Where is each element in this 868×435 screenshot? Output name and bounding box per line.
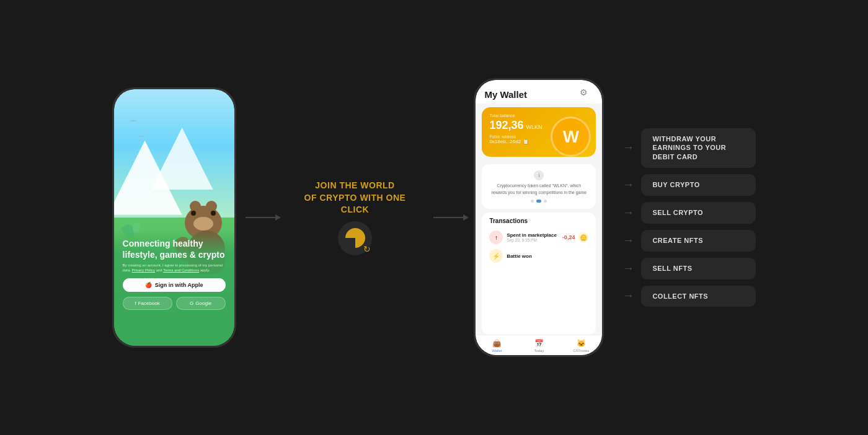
- features-panel: → WITHDRAW YOUREARNINGS TO YOURDEBIT CAR…: [622, 128, 756, 307]
- bear-face: [193, 217, 213, 231]
- google-icon: G: [190, 301, 193, 306]
- tx-name-2: Battle won: [507, 253, 588, 259]
- tx-amount-1: -0,24: [562, 234, 575, 240]
- catnotes-nav-label: CATnotes: [573, 349, 589, 353]
- arrow-line-right: [433, 217, 464, 218]
- feature-arrow-3: →: [622, 234, 634, 247]
- feature-box-3: CREATE NFTs: [641, 230, 756, 252]
- nav-catnotes[interactable]: 🐱 CATnotes: [560, 339, 602, 353]
- balance-amount: 192,36: [489, 119, 523, 132]
- bear-eye-right: [211, 211, 216, 216]
- tx-date-1: Sep 20, 9:35 PM: [507, 238, 558, 242]
- tx-icon-yellow: ⚡: [489, 249, 503, 263]
- feature-arrow-1: →: [622, 178, 634, 191]
- bear-eye-left: [191, 211, 196, 216]
- settings-icon[interactable]: ⚙: [580, 87, 593, 101]
- terms-link[interactable]: Terms and Conditions: [163, 268, 199, 272]
- transactions-section: Transactions ↑ Spent in marketplace Sep …: [482, 213, 596, 335]
- feature-box-1: BUY CRYPTO: [641, 174, 756, 196]
- tx-name-1: Spent in marketplace: [507, 232, 558, 238]
- balance-token: WLKN: [526, 124, 542, 130]
- right-phone: My Wallet ⚙ Total balance 192,36 WLKN Pu…: [474, 78, 604, 357]
- dot-3[interactable]: [544, 200, 547, 203]
- feature-label-5: COLLECT NFTs: [652, 292, 745, 301]
- feature-label-0: WITHDRAW YOUREARNINGS TO YOURDEBIT CARD: [652, 134, 745, 162]
- today-nav-icon: 📅: [534, 339, 544, 348]
- feature-box-4: SELL NFTs: [641, 258, 756, 279]
- wallet-card: Total balance 192,36 WLKN Public address…: [482, 107, 596, 157]
- feature-label-2: SELL CRYPTO: [652, 208, 745, 218]
- feature-box-2: SELL CRYPTO: [641, 202, 756, 224]
- feature-item-4: → SELL NFTs: [622, 258, 756, 279]
- feature-item-1: → BUY CRYPTO: [622, 174, 756, 196]
- social-buttons-row: f Facebook G Google: [123, 297, 226, 310]
- coin-arrow-icon: ↻: [363, 244, 371, 254]
- wallet-title: My Wallet: [484, 89, 527, 100]
- bear-ear-left: [190, 201, 201, 212]
- nav-wallet[interactable]: 👜 Wallet: [476, 339, 518, 353]
- feature-label-1: BUY CRYPTO: [652, 180, 745, 190]
- wallet-nav-label: Wallet: [492, 349, 502, 353]
- w-logo: W: [551, 116, 591, 157]
- wallet-nav-icon: 👜: [492, 339, 502, 348]
- wlkn-badge-1: 🪙: [578, 232, 588, 242]
- center-to-right-arrow: [424, 217, 474, 218]
- feature-label-3: CREATE NFTs: [652, 236, 745, 245]
- left-to-center-arrow: [236, 217, 286, 218]
- tx-details-2: Battle won: [507, 253, 588, 259]
- connecting-headline: Connecting healthy lifestyle, games & cr…: [123, 238, 226, 260]
- feature-item-2: → SELL CRYPTO: [622, 202, 756, 224]
- today-nav-label: Today: [534, 349, 544, 353]
- bird-icon-1: [130, 120, 137, 123]
- feature-label-4: SELL NFTs: [652, 264, 745, 273]
- sign-in-apple-button[interactable]: 🍎 Sign in with Apple: [123, 278, 226, 292]
- catnotes-nav-icon: 🐱: [577, 339, 586, 348]
- facebook-icon: f: [135, 301, 136, 306]
- dot-1[interactable]: [531, 200, 534, 203]
- feature-arrow-5: →: [622, 289, 634, 302]
- facebook-button[interactable]: f Facebook: [123, 297, 172, 310]
- feature-item-5: → COLLECT NFTs: [622, 286, 756, 307]
- bear-ear-right: [206, 201, 217, 212]
- feature-item-0: → WITHDRAW YOUREARNINGS TO YOURDEBIT CAR…: [622, 128, 756, 169]
- coin-animation-icon: ↻: [338, 221, 372, 255]
- bird-icon-2: [139, 136, 145, 138]
- coin-quarter-graphic: [345, 228, 365, 248]
- center-headline: JOIN THE WORLDOF CRYPTO WITH ONECLICK: [304, 180, 406, 216]
- left-phone: Connecting healthy lifestyle, games & cr…: [112, 87, 236, 348]
- crypto-info-card: i Cryptocurrency token called "WLKN", wh…: [482, 164, 596, 209]
- nav-today[interactable]: 📅 Today: [518, 339, 560, 353]
- privacy-link[interactable]: Privacy Policy: [132, 268, 155, 272]
- center-section: JOIN THE WORLDOF CRYPTO WITH ONECLICK ↻: [286, 180, 425, 255]
- transaction-item-2: ⚡ Battle won: [489, 247, 588, 265]
- tx-details-1: Spent in marketplace Sep 20, 9:35 PM: [507, 232, 558, 242]
- crypto-info-text: Cryptocurrency token called "WLKN", whic…: [489, 183, 588, 196]
- tx-icon-red: ↑: [489, 231, 503, 244]
- copy-icon[interactable]: 📋: [523, 139, 529, 144]
- dot-2[interactable]: [536, 200, 541, 203]
- feature-arrow-2: →: [622, 206, 634, 219]
- main-container: Connecting healthy lifestyle, games & cr…: [0, 0, 868, 435]
- transactions-title: Transactions: [489, 218, 588, 224]
- wlkn-logo: W: [551, 116, 591, 157]
- feature-arrow-0: →: [622, 141, 634, 154]
- arrow-line-left: [246, 217, 277, 218]
- carousel-dots: [489, 200, 588, 203]
- transaction-item-1: ↑ Spent in marketplace Sep 20, 9:35 PM -…: [489, 228, 588, 247]
- disclaimer-text: By creating an account, I agree to proce…: [123, 263, 226, 273]
- feature-item-3: → CREATE NFTs: [622, 230, 756, 252]
- feature-box-5: COLLECT NFTs: [641, 286, 756, 307]
- feature-box-0: WITHDRAW YOUREARNINGS TO YOURDEBIT CARD: [641, 128, 756, 169]
- info-icon: i: [534, 170, 544, 180]
- apple-icon: 🍎: [145, 282, 152, 288]
- wallet-screen: My Wallet ⚙ Total balance 192,36 WLKN Pu…: [476, 80, 602, 355]
- wallet-header: My Wallet ⚙: [476, 80, 602, 103]
- google-button[interactable]: G Google: [176, 297, 226, 310]
- phone-text-area: Connecting healthy lifestyle, games & cr…: [114, 231, 234, 346]
- bottom-nav: 👜 Wallet 📅 Today 🐱 CATnotes: [476, 335, 602, 355]
- feature-arrow-4: →: [622, 262, 634, 275]
